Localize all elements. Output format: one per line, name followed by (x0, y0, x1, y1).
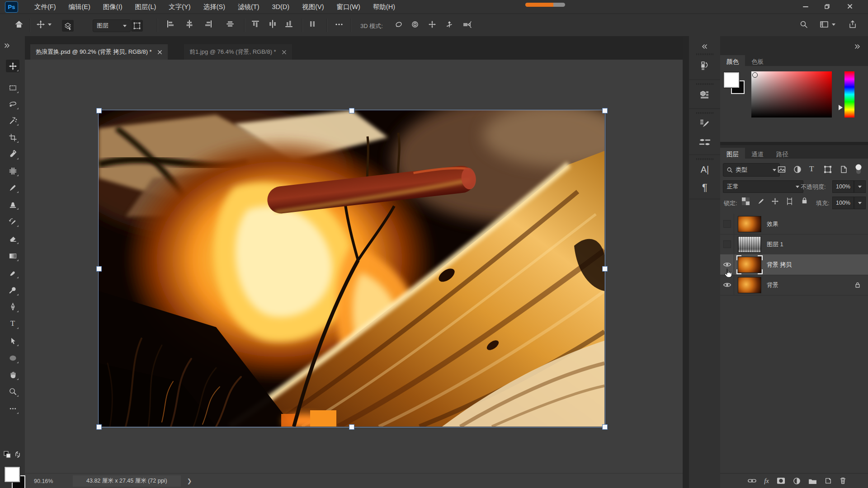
lock-transparent-pixels-button[interactable] (742, 197, 750, 207)
menu-file[interactable]: 文件(F) (28, 0, 62, 14)
transform-handle-w[interactable] (96, 266, 102, 272)
layer-name[interactable]: 背景 拷贝 (767, 261, 792, 269)
document-image[interactable] (99, 110, 604, 427)
link-layers-icon[interactable] (748, 477, 756, 484)
tool-smudge[interactable] (6, 267, 19, 279)
tool-history-brush[interactable] (6, 215, 19, 228)
close-tab-icon[interactable] (157, 50, 162, 55)
add-layer-mask-icon[interactable] (777, 477, 785, 484)
menu-layer[interactable]: 图层(L) (129, 0, 163, 14)
layer-row-background-copy[interactable]: 背景 拷贝 (720, 254, 868, 275)
fill-chevron[interactable] (854, 197, 866, 209)
menu-filter[interactable]: 滤镜(T) (231, 0, 266, 14)
3d-camera-button[interactable] (462, 20, 472, 29)
align-right-button[interactable] (204, 20, 212, 28)
history-panel-icon[interactable] (697, 58, 713, 73)
align-bottom-button[interactable] (285, 20, 293, 28)
foreground-color-swatch[interactable] (5, 467, 20, 482)
menu-3d[interactable]: 3D(D) (265, 0, 296, 14)
tool-clone-stamp[interactable] (6, 198, 19, 211)
more-options-button[interactable] (335, 20, 344, 29)
swap-colors-icon[interactable] (14, 451, 21, 458)
search-button[interactable] (799, 20, 808, 29)
layer-row-effect[interactable]: 效果 (720, 214, 868, 235)
default-colors-icon[interactable] (4, 451, 12, 461)
auto-select-target-dropdown[interactable]: 图层 (93, 19, 131, 32)
menu-select[interactable]: 选择(S) (197, 0, 231, 14)
3d-slide-button[interactable] (445, 20, 454, 29)
new-group-icon[interactable] (808, 478, 817, 484)
opacity-chevron[interactable] (854, 180, 866, 193)
status-options-chevron[interactable]: ❯ (187, 478, 192, 484)
layer-thumbnail-selected[interactable] (738, 257, 761, 273)
hue-strip[interactable] (844, 71, 854, 117)
3d-panel-icon[interactable] (697, 87, 713, 102)
3d-roll-button[interactable] (410, 20, 420, 29)
tool-move[interactable] (6, 60, 19, 72)
collapse-tools-icon[interactable] (4, 43, 10, 48)
character-panel-icon[interactable]: A| (697, 162, 713, 177)
canvas-area[interactable] (25, 60, 683, 473)
align-left-button[interactable] (166, 20, 175, 28)
align-middle-button[interactable] (226, 20, 234, 28)
layer-row-layer1[interactable]: 图层 1 (720, 234, 868, 255)
menu-image[interactable]: 图像(I) (97, 0, 129, 14)
tool-zoom[interactable] (6, 385, 19, 398)
tool-dodge[interactable] (6, 284, 19, 296)
minimize-button[interactable] (796, 0, 816, 13)
saturation-brightness-field[interactable] (751, 71, 832, 117)
filter-smart-objects-button[interactable] (839, 165, 848, 174)
align-center-h-button[interactable] (185, 20, 193, 28)
tool-magic-wand[interactable] (6, 114, 19, 127)
transform-handle-s[interactable] (349, 424, 354, 430)
transform-handle-n[interactable] (349, 108, 354, 113)
tool-pen[interactable] (6, 300, 19, 313)
tool-type[interactable]: T (6, 317, 19, 330)
opacity-value-field[interactable]: 100% (832, 180, 854, 193)
tool-ellipse-shape[interactable] (6, 352, 19, 364)
fill-value-field[interactable]: 100% (832, 197, 854, 209)
blend-mode-dropdown[interactable]: 正常 (723, 180, 803, 193)
document-tab-inactive[interactable]: 前1.jpg @ 76.4% (背景, RGB/8) * (184, 44, 292, 60)
foreground-color-swatch[interactable] (724, 72, 739, 88)
lock-position-button[interactable] (771, 197, 779, 205)
3d-rotate-button[interactable] (394, 20, 403, 29)
expand-dock-icon[interactable] (702, 44, 708, 49)
tool-spot-healing-brush[interactable] (6, 164, 19, 177)
menu-edit[interactable]: 编辑(E) (62, 0, 97, 14)
tool-path-select[interactable] (6, 334, 19, 347)
paragraph-panel-icon[interactable]: ¶ (697, 180, 713, 195)
collapse-panels-icon[interactable] (854, 44, 860, 49)
tool-hand[interactable] (6, 368, 19, 381)
filter-image-layers-button[interactable] (777, 165, 786, 174)
brushes-panel-icon[interactable] (697, 135, 713, 150)
close-window-button[interactable] (840, 0, 860, 13)
filtering-toggle[interactable] (855, 163, 862, 178)
layer-name[interactable]: 背景 (767, 281, 778, 289)
layer-name[interactable]: 效果 (767, 220, 778, 228)
close-tab-icon[interactable] (282, 50, 287, 55)
share-button[interactable] (848, 20, 857, 29)
tool-eraser[interactable] (6, 232, 19, 245)
tool-lasso[interactable] (6, 98, 19, 110)
lock-artboard-button[interactable] (786, 197, 793, 205)
transform-handle-e[interactable] (602, 266, 608, 272)
filter-adjustment-layers-button[interactable] (793, 165, 802, 174)
menu-window[interactable]: 窗口(W) (330, 0, 367, 14)
new-adjustment-layer-icon[interactable] (793, 477, 801, 485)
lock-image-pixels-button[interactable] (757, 197, 765, 205)
tool-crop[interactable] (6, 131, 19, 144)
hue-slider-arrow[interactable] (839, 105, 843, 110)
menu-view[interactable]: 视图(V) (296, 0, 330, 14)
layer-row-background[interactable]: 背景 (720, 275, 868, 296)
restore-button[interactable] (816, 0, 836, 13)
zoom-level-field[interactable]: 90.16% (34, 478, 66, 484)
layer-style-fx-icon[interactable]: fx (764, 477, 769, 485)
menu-help[interactable]: 帮助(H) (367, 0, 401, 14)
tool-rectangular-marquee[interactable] (6, 81, 19, 94)
visibility-toggle[interactable] (720, 234, 734, 254)
move-tool-indicator[interactable] (36, 20, 52, 29)
tool-brush[interactable] (6, 181, 19, 194)
menu-type[interactable]: 文字(Y) (162, 0, 197, 14)
layer-thumbnail[interactable] (738, 236, 761, 253)
